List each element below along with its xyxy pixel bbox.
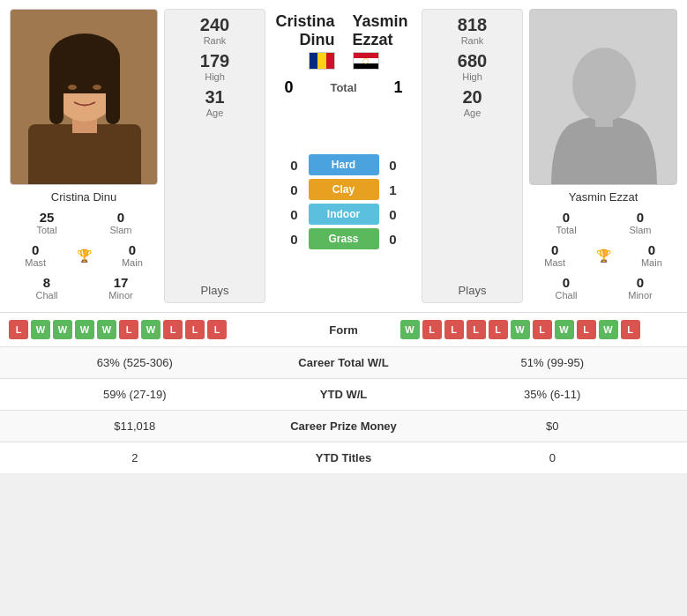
hard-button[interactable]: Hard (309, 154, 379, 175)
right-form-badge: L (489, 320, 508, 339)
indoor-button[interactable]: Indoor (309, 204, 379, 225)
right-high-label: High (428, 71, 517, 82)
career-wl-label: Career Total W/L (256, 356, 432, 369)
right-main-value: 0 (641, 242, 662, 257)
clay-button[interactable]: Clay (309, 179, 379, 200)
right-high-value: 680 (428, 51, 517, 71)
right-ytd-wl: 35% (6-11) (432, 388, 674, 401)
left-form-badge: L (9, 320, 28, 339)
right-chall-label: Chall (529, 290, 603, 301)
career-wl-row: 63% (525-306) Career Total W/L 51% (99-9… (0, 346, 687, 378)
svg-rect-12 (595, 111, 613, 127)
top-section: Cristina Dinu 25 Total 0 Slam 0 Mast (0, 0, 687, 312)
left-chall-label: Chall (10, 290, 84, 301)
grass-right-score: 0 (386, 232, 400, 247)
right-rank-label: Rank (428, 35, 517, 46)
left-form-badge: W (31, 320, 50, 339)
left-mast-cell: 0 Mast (25, 240, 46, 271)
right-lower-stats: 0 Chall 0 Minor (529, 272, 677, 303)
grass-button[interactable]: Grass (309, 228, 379, 249)
left-player-stats: Cristina Dinu 25 Total 0 Slam 0 Mast (10, 187, 158, 303)
right-slam-value: 0 (603, 210, 677, 225)
left-form-badge: W (75, 320, 94, 339)
surface-panel: 0 Hard 0 0 Clay 1 0 Indoor 0 0 Grass (271, 100, 416, 303)
right-minor-cell: 0 Minor (603, 272, 677, 303)
left-career-wl: 63% (525-306) (14, 356, 256, 369)
right-form-badge: L (422, 320, 442, 339)
hard-row: 0 Hard 0 (271, 154, 416, 175)
left-minor-cell: 17 Minor (84, 272, 158, 303)
right-mast-cell: 0 Mast (544, 240, 565, 271)
left-player-photo (10, 9, 158, 185)
prize-row: $11,018 Career Prize Money $0 (0, 410, 687, 442)
right-chall-cell: 0 Chall (529, 272, 603, 303)
left-slam-cell: 0 Slam (84, 207, 158, 238)
right-form-badge: L (444, 320, 464, 339)
left-chall-cell: 8 Chall (10, 272, 84, 303)
left-plays-label: Plays (170, 284, 259, 297)
right-rank-value: 818 (428, 15, 517, 35)
left-slam-value: 0 (84, 210, 158, 225)
left-form-badge: L (185, 320, 205, 339)
right-mast-value: 0 (544, 242, 565, 257)
right-slam-label: Slam (603, 225, 677, 235)
right-form-badge: W (400, 320, 420, 339)
right-rank-box: 818 Rank (428, 15, 517, 46)
left-trophy-icon: 🏆 (77, 249, 92, 263)
right-main-label: Main (641, 257, 662, 268)
left-age-label: Age (170, 108, 259, 118)
left-rank-value: 240 (170, 15, 259, 35)
left-form-badge: L (207, 320, 227, 339)
left-stats-grid: 25 Total 0 Slam (10, 207, 158, 238)
right-form-badge: L (577, 320, 596, 339)
left-form-badge: L (163, 320, 183, 339)
right-total-cell: 0 Total (529, 207, 603, 238)
form-label: Form (291, 323, 397, 337)
right-mid-panel: 818 Rank 680 High 20 Age Plays (422, 9, 523, 303)
left-player-name: Cristina Dinu (10, 187, 158, 207)
right-minor-value: 0 (603, 275, 677, 290)
left-form-badges: LWWWWLWLLL (9, 320, 287, 339)
right-form-badge: W (555, 320, 574, 339)
left-flag-icon (309, 52, 335, 70)
left-player-header-name: Cristina Dinu (271, 12, 335, 49)
left-form-badge: W (141, 320, 161, 339)
right-form-badge: W (511, 320, 530, 339)
clay-row: 0 Clay 1 (271, 179, 416, 200)
titles-row: 2 YTD Titles 0 (0, 442, 687, 473)
left-total-label: Total (10, 225, 84, 235)
right-trophy-icon: 🏆 (596, 249, 611, 263)
form-section: LWWWWLWLLL Form WLLLLWLWLWL (0, 312, 687, 346)
main-container: Cristina Dinu 25 Total 0 Slam 0 Mast (0, 0, 687, 473)
right-player-photo (529, 9, 677, 185)
right-titles: 0 (432, 451, 674, 464)
right-player-name: Yasmin Ezzat (529, 187, 677, 207)
left-main-label: Main (122, 257, 143, 268)
svg-rect-9 (106, 71, 120, 124)
left-mast-value: 0 (25, 242, 46, 257)
svg-point-7 (93, 85, 101, 90)
grass-left-score: 0 (287, 232, 302, 247)
svg-rect-8 (49, 71, 63, 124)
right-player-section: Yasmin Ezzat 0 Total 0 Slam 0 Mast (528, 9, 678, 303)
right-player-header-name: Yasmin Ezzat (353, 12, 417, 49)
right-minor-label: Minor (603, 290, 677, 301)
left-rank-label: Rank (170, 35, 259, 46)
left-ytd-wl: 59% (27-19) (14, 388, 256, 401)
right-flag-icon: ⬡ (353, 52, 379, 70)
left-main-cell: 0 Main (122, 240, 143, 271)
right-slam-cell: 0 Slam (603, 207, 677, 238)
hard-right-score: 0 (386, 158, 400, 173)
left-minor-value: 17 (84, 275, 158, 290)
left-slam-label: Slam (84, 225, 158, 235)
left-age-box: 31 Age (170, 87, 259, 118)
left-main-value: 0 (122, 242, 143, 257)
left-high-value: 179 (170, 51, 259, 71)
left-high-box: 179 High (170, 51, 259, 82)
left-mast-label: Mast (25, 257, 46, 268)
left-form-badge: W (97, 320, 116, 339)
svg-point-11 (572, 48, 636, 122)
indoor-right-score: 0 (386, 207, 400, 222)
right-mast-label: Mast (544, 257, 565, 268)
left-form-badge: L (119, 320, 138, 339)
